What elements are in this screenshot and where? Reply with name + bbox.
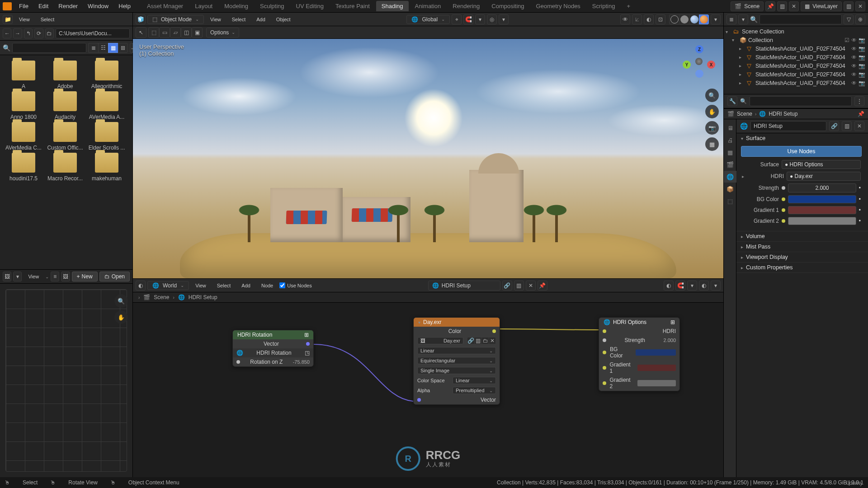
crumb-scene[interactable]: Scene: [154, 294, 169, 300]
image-mode[interactable]: ▾: [13, 272, 22, 282]
twisty-icon[interactable]: ▾: [726, 29, 731, 34]
image-editor-icon[interactable]: 🖼: [3, 272, 11, 282]
ie-zoom-icon[interactable]: 🔍: [114, 294, 128, 308]
vp-zoom-icon[interactable]: 🔍: [705, 89, 719, 102]
filebrowser-editor-icon[interactable]: 📁: [3, 15, 13, 24]
dot-icon[interactable]: •: [859, 218, 861, 224]
ne-menu-select[interactable]: Select: [212, 281, 236, 290]
twisty-icon[interactable]: ▸: [739, 80, 745, 85]
view-grid2[interactable]: ⊞: [118, 43, 128, 53]
orientation-selector[interactable]: 🌐 Global ⌄: [406, 15, 450, 24]
grad2-chip2[interactable]: [788, 217, 856, 225]
twisty-icon[interactable]: ▸: [739, 63, 745, 68]
dot-icon[interactable]: •: [859, 196, 861, 202]
header-options[interactable]: Options⌄: [206, 28, 239, 38]
ne-dropdown2[interactable]: ▾: [711, 281, 721, 291]
mode-selector[interactable]: ⬚ Object Mode ⌄: [147, 15, 204, 24]
ne-snap[interactable]: 🧲: [675, 281, 685, 291]
viewlayer-new[interactable]: ▥: [844, 1, 854, 11]
chevron-right-icon[interactable]: ▸: [741, 244, 743, 249]
world-unlink[interactable]: ✕: [854, 121, 864, 131]
world-name-input[interactable]: [750, 121, 826, 131]
shader-type-selector[interactable]: 🌐 World ⌄: [147, 281, 189, 290]
sel-ext1[interactable]: ▭: [159, 27, 170, 38]
shader-editor-icon[interactable]: ◐: [136, 281, 146, 291]
folder-item[interactable]: Audacity: [45, 91, 85, 120]
folder-item[interactable]: AVerMedia C...: [4, 122, 43, 151]
nav-refresh[interactable]: ⟳: [34, 28, 43, 38]
gizmo-y[interactable]: Y: [683, 61, 691, 69]
shading-rendered[interactable]: [699, 14, 709, 24]
sel-ext3[interactable]: ◫: [181, 27, 192, 38]
sel-box[interactable]: ⬚: [148, 27, 159, 38]
snap-dropdown[interactable]: ▾: [475, 14, 485, 24]
workspace-geonodes[interactable]: Geometry Nodes: [531, 1, 586, 11]
nav-newfolder[interactable]: 🗀: [45, 28, 54, 38]
chevron-right-icon[interactable]: ▸: [741, 234, 743, 239]
workspace-uv[interactable]: UV Editing: [291, 1, 329, 11]
dot-icon[interactable]: •: [859, 207, 861, 213]
folder-item[interactable]: houdini17.5: [4, 153, 43, 182]
check-icon[interactable]: ☑: [844, 37, 849, 43]
eye-icon[interactable]: 👁: [851, 37, 857, 43]
render-icon[interactable]: 📷: [859, 46, 865, 52]
folder-item[interactable]: Allegorithmic: [87, 61, 127, 89]
outliner-editor-icon[interactable]: ≣: [726, 14, 736, 24]
node-group-icon[interactable]: ⊞: [304, 332, 309, 338]
hdri-value[interactable]: ● Day.exr: [787, 172, 861, 181]
world-slot-selector[interactable]: 🌐 HDRI Setup: [428, 281, 500, 291]
use-nodes-toggle[interactable]: Use Nodes: [279, 282, 311, 288]
workspace-scripting[interactable]: Scripting: [587, 1, 621, 11]
image-selector[interactable]: 🖼Day.exr: [417, 337, 463, 344]
scene-pin[interactable]: 📌: [765, 1, 775, 11]
bg-color-chip[interactable]: [636, 349, 676, 356]
grad2-chip[interactable]: [637, 380, 676, 386]
props-editor-icon[interactable]: 🔧: [727, 96, 737, 106]
workspace-add[interactable]: +: [621, 1, 636, 11]
outliner-search[interactable]: [760, 14, 842, 24]
folder-item[interactable]: Custom Offic...: [45, 122, 85, 151]
node-hdrioptions[interactable]: 🌐 HDRI Options ⊞ HDRI Strength2.000 BG C…: [599, 317, 680, 391]
eye-icon[interactable]: 👁: [851, 54, 857, 61]
ie-new-button[interactable]: +New: [72, 272, 98, 282]
eye-icon[interactable]: 👁: [851, 63, 857, 69]
shading-wire[interactable]: [669, 14, 679, 24]
tool-cursor[interactable]: ↖: [136, 27, 146, 38]
menu-render[interactable]: Render: [54, 1, 82, 11]
tab-render[interactable]: 🖥: [724, 122, 736, 134]
twisty-icon[interactable]: ▸: [739, 46, 745, 51]
projection-select[interactable]: Equirectangular⌄: [417, 357, 496, 364]
fb-menu-select[interactable]: Select: [36, 15, 59, 24]
render-icon[interactable]: 📷: [859, 63, 865, 69]
twisty-icon[interactable]: ▸: [739, 72, 745, 77]
fb-search-input[interactable]: [12, 43, 86, 53]
props-search[interactable]: [750, 96, 852, 106]
nav-gizmo[interactable]: Z Y X: [683, 45, 715, 78]
workspace-sculpting[interactable]: Sculpting: [255, 1, 289, 11]
workspace-modeling[interactable]: Modeling: [219, 1, 254, 11]
view-grid[interactable]: ▦: [108, 43, 118, 53]
props-options[interactable]: ⋮: [854, 96, 864, 106]
outliner-newcoll[interactable]: ⊕: [855, 14, 865, 24]
slot-unlink[interactable]: ✕: [526, 281, 536, 291]
chevron-right-icon[interactable]: ▸: [741, 265, 743, 270]
workspace-layout[interactable]: Layout: [189, 1, 218, 11]
scene-new[interactable]: ▥: [777, 1, 787, 11]
eye-icon[interactable]: 👁: [851, 71, 857, 78]
nav-back[interactable]: ←: [3, 28, 11, 38]
ne-menu-add[interactable]: Add: [237, 281, 255, 290]
render-icon[interactable]: 📷: [859, 54, 865, 61]
nav-up[interactable]: ↰: [24, 28, 33, 38]
tab-scene[interactable]: 🎬: [724, 159, 736, 170]
shading-dropdown[interactable]: ▾: [711, 14, 721, 24]
img-open[interactable]: 🗀: [481, 337, 489, 344]
xray-toggle[interactable]: ⊡: [656, 14, 665, 24]
shading-matprev[interactable]: [689, 14, 699, 24]
workspace-assetmanager[interactable]: Asset Mnager: [142, 1, 189, 11]
use-nodes-button[interactable]: Use Nodes: [741, 146, 862, 157]
folder-item[interactable]: Elder Scrolls ...: [87, 122, 127, 151]
colorspace-select[interactable]: Linear⌄: [453, 377, 496, 384]
gizmo-x[interactable]: X: [707, 61, 715, 69]
tab-world[interactable]: 🌐: [724, 171, 736, 183]
frames-select[interactable]: Single Image⌄: [417, 367, 496, 374]
